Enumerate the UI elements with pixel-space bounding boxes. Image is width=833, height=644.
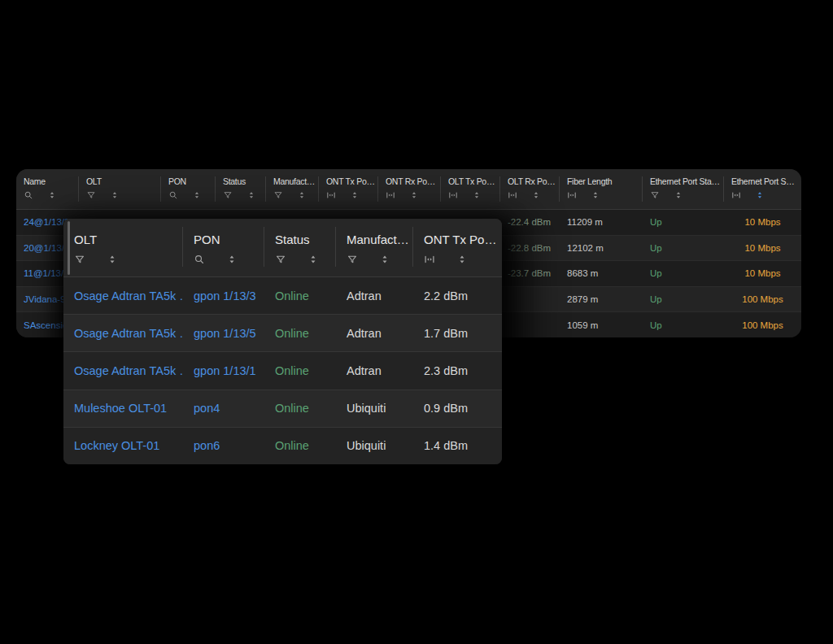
cell-fiber_length: 8683 m <box>560 261 643 286</box>
range-icon[interactable] <box>424 254 435 265</box>
cell-pon[interactable]: gpon 1/13/5 <box>183 315 264 351</box>
overlay-body: Osage Adtran TA5k …gpon 1/13/3OnlineAdtr… <box>63 277 502 464</box>
sort-icon[interactable] <box>409 190 419 200</box>
cell-pon[interactable]: pon6 <box>183 428 264 464</box>
cell-pon[interactable]: pon4 <box>183 390 264 427</box>
column-header-olt_tx[interactable]: OLT Tx Power <box>441 169 500 209</box>
sort-icon[interactable] <box>47 190 57 200</box>
sort-icon[interactable] <box>192 190 202 200</box>
column-header-icons <box>508 190 557 200</box>
overlay-row[interactable]: Osage Adtran TA5k …gpon 1/13/3OnlineAdtr… <box>63 277 502 314</box>
column-header-status[interactable]: Status <box>264 219 336 276</box>
range-icon[interactable] <box>731 190 741 200</box>
column-header-ont_tx[interactable]: ONT Tx Power <box>319 169 378 209</box>
sort-icon[interactable] <box>755 190 765 200</box>
column-header-fiber_length[interactable]: Fiber Length <box>560 169 643 209</box>
search-icon[interactable] <box>168 190 178 200</box>
column-header-eth_status[interactable]: Ethernet Port Status <box>643 169 724 209</box>
cell-eth_status: Up <box>643 236 724 261</box>
column-header-pon[interactable]: PON <box>161 169 216 209</box>
sort-icon[interactable] <box>107 254 118 265</box>
column-header-icons <box>86 190 159 200</box>
column-header-pon[interactable]: PON <box>183 219 264 276</box>
search-icon[interactable] <box>194 254 205 265</box>
column-header-icons <box>24 190 76 200</box>
cell-olt[interactable]: Osage Adtran TA5k … <box>63 277 183 314</box>
column-header-manufacturer[interactable]: Manufacturer <box>266 169 319 209</box>
column-label: Status <box>223 176 264 186</box>
column-label: ONT Tx Power <box>326 176 376 186</box>
filter-icon[interactable] <box>347 254 358 265</box>
sort-icon[interactable] <box>674 190 683 200</box>
column-header-icons <box>223 190 264 200</box>
column-label: Ethernet Port Speed <box>731 176 799 186</box>
cell-status: Online <box>264 390 336 427</box>
column-header-name[interactable]: Name <box>16 169 79 209</box>
range-icon[interactable] <box>386 190 395 200</box>
range-icon[interactable] <box>508 190 517 200</box>
cell-olt[interactable]: Lockney OLT-01 <box>63 428 183 464</box>
column-header-icons <box>194 254 261 265</box>
sort-icon[interactable] <box>379 254 390 265</box>
filter-icon[interactable] <box>86 190 96 200</box>
column-header-olt_rx[interactable]: OLT Rx Power <box>500 169 560 209</box>
ont-grid-header-row: NameOLTPONStatusManufacturerONT Tx Power… <box>16 169 801 210</box>
overlay-row[interactable]: Osage Adtran TA5k …gpon 1/13/1OnlineAdtr… <box>63 351 502 389</box>
cell-pon[interactable]: gpon 1/13/1 <box>183 352 264 389</box>
cell-olt_rx <box>500 312 560 337</box>
sort-icon[interactable] <box>591 190 600 200</box>
cell-ont_tx: 0.9 dBm <box>413 390 502 427</box>
cell-pon[interactable]: gpon 1/13/3 <box>183 277 264 314</box>
sort-icon[interactable] <box>226 254 238 265</box>
column-label: ONT Rx Power <box>386 176 438 186</box>
column-header-olt[interactable]: OLT <box>63 219 183 276</box>
filter-icon[interactable] <box>650 190 660 200</box>
column-header-status[interactable]: Status <box>216 169 266 209</box>
overlay-row[interactable]: Lockney OLT-01pon6OnlineUbiquiti1.4 dBm <box>63 427 502 464</box>
column-header-ont_rx[interactable]: ONT Rx Power <box>378 169 441 209</box>
filter-icon[interactable] <box>275 254 286 265</box>
sort-icon[interactable] <box>307 254 319 265</box>
cell-status: Online <box>264 428 336 464</box>
column-label: PON <box>194 233 261 246</box>
column-header-ont_tx[interactable]: ONT Tx Power <box>413 219 502 276</box>
cell-manufacturer: Adtran <box>336 277 413 314</box>
sort-icon[interactable] <box>350 190 360 200</box>
cell-olt_rx: -23.7 dBm <box>500 261 560 286</box>
sort-icon[interactable] <box>246 190 256 200</box>
filter-icon[interactable] <box>74 254 85 265</box>
column-header-icons <box>650 190 722 200</box>
cell-manufacturer: Adtran <box>336 315 413 351</box>
column-label: Manufacturer <box>347 233 410 246</box>
column-header-eth_speed[interactable]: Ethernet Port Speed <box>724 169 801 209</box>
column-header-olt[interactable]: OLT <box>79 169 161 209</box>
sort-icon[interactable] <box>297 190 307 200</box>
cell-olt[interactable]: Osage Adtran TA5k … <box>63 352 183 389</box>
cell-olt[interactable]: Muleshoe OLT-01 <box>63 390 183 427</box>
filter-icon[interactable] <box>273 190 283 200</box>
search-icon[interactable] <box>24 190 33 200</box>
sort-icon[interactable] <box>110 190 120 200</box>
cell-olt_rx <box>500 287 560 312</box>
sort-icon[interactable] <box>456 254 468 265</box>
cell-status: Online <box>264 315 336 351</box>
cell-olt[interactable]: Osage Adtran TA5k … <box>63 315 183 351</box>
column-label: OLT <box>74 233 180 246</box>
column-header-icons <box>448 190 498 200</box>
range-icon[interactable] <box>567 190 577 200</box>
range-icon[interactable] <box>448 190 458 200</box>
filter-icon[interactable] <box>223 190 233 200</box>
column-header-manufacturer[interactable]: Manufacturer <box>336 219 413 276</box>
cell-eth_status: Up <box>643 287 724 312</box>
overlay-row[interactable]: Muleshoe OLT-01pon4OnlineUbiquiti0.9 dBm <box>63 389 502 427</box>
sort-icon[interactable] <box>472 190 482 200</box>
sort-icon[interactable] <box>531 190 541 200</box>
overlay-scrollbar-thumb[interactable] <box>68 221 70 275</box>
column-label: Ethernet Port Status <box>650 176 722 186</box>
column-header-icons <box>326 190 376 200</box>
column-header-icons <box>273 190 316 200</box>
overlay-row[interactable]: Osage Adtran TA5k …gpon 1/13/5OnlineAdtr… <box>63 314 502 351</box>
cell-ont_tx: 1.4 dBm <box>413 428 502 464</box>
column-label: OLT <box>86 176 159 186</box>
range-icon[interactable] <box>326 190 336 200</box>
